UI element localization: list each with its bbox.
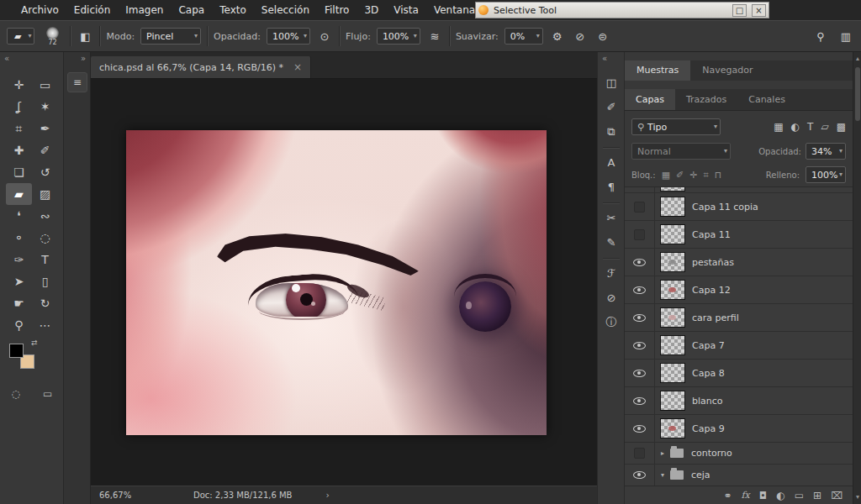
type-tool[interactable]: T: [32, 249, 58, 270]
new-layer-icon[interactable]: ⊞: [813, 490, 821, 501]
layer-row[interactable]: Capa 9: [625, 415, 853, 443]
clone-source-panel-icon[interactable]: ⧉: [601, 122, 621, 142]
tab-muestras[interactable]: Muestras: [625, 60, 690, 81]
new-group-icon[interactable]: ▭: [795, 490, 804, 501]
menu-capa[interactable]: Capa: [171, 0, 212, 20]
layer-thumbnail[interactable]: [660, 335, 685, 355]
quick-selection-tool[interactable]: ✶: [32, 96, 58, 118]
layer-visibility-toggle[interactable]: [633, 423, 646, 435]
fill-select[interactable]: 100%: [806, 166, 846, 183]
character-panel-icon[interactable]: A: [601, 153, 621, 173]
lock-paint-icon[interactable]: ✐: [676, 170, 684, 181]
document-tab-close-icon[interactable]: ×: [293, 61, 302, 73]
layer-visibility-toggle[interactable]: [634, 202, 645, 213]
layer-visibility-toggle[interactable]: [633, 469, 646, 481]
adjustment-layer-icon[interactable]: ◐: [776, 490, 784, 501]
layer-thumbnail[interactable]: [660, 307, 685, 328]
panel-scrollbar[interactable]: ▴ ▾: [853, 52, 861, 504]
tab-capas[interactable]: Capas: [625, 89, 675, 110]
layer-group-row[interactable]: ▾ceja: [625, 465, 853, 486]
layer-visibility-toggle[interactable]: [633, 367, 646, 380]
layer-visibility-toggle[interactable]: [634, 229, 645, 240]
hand-tool[interactable]: ☛: [6, 292, 32, 314]
history-brush-tool[interactable]: ↺: [32, 161, 58, 183]
marquee-tool[interactable]: ▭: [32, 74, 58, 96]
flow-select[interactable]: 100%: [377, 28, 420, 45]
menu-selecci-n[interactable]: Selección: [254, 0, 317, 20]
filter-type-layers-icon[interactable]: T: [807, 121, 813, 133]
foreground-color-swatch[interactable]: [9, 344, 24, 358]
menu-imagen[interactable]: Imagen: [118, 0, 171, 20]
chevron-down-icon[interactable]: ▾: [661, 471, 669, 479]
path-selection-tool[interactable]: ➤: [6, 270, 32, 292]
tool-presets-panel-icon[interactable]: ✂: [601, 208, 621, 228]
filter-shape-layers-icon[interactable]: ▱: [821, 121, 828, 133]
mode-select[interactable]: Pincel: [140, 28, 201, 45]
expand-panels-icon[interactable]: «: [602, 54, 607, 63]
move-tool[interactable]: ✛: [6, 74, 32, 96]
layer-row[interactable]: Capa 11: [625, 221, 853, 249]
status-options-chevron[interactable]: ›: [325, 490, 334, 501]
filter-pixel-layers-icon[interactable]: ▦: [774, 121, 783, 133]
symmetry-icon[interactable]: ⊘: [572, 30, 589, 43]
glyphs-panel-icon[interactable]: ℱ: [601, 264, 621, 284]
layer-thumbnail[interactable]: [660, 224, 685, 244]
zoom-tool[interactable]: ⚲: [6, 314, 32, 336]
layer-opacity-select[interactable]: 34%: [806, 143, 846, 160]
styles-panel-icon[interactable]: ⊘: [601, 288, 621, 308]
lasso-tool[interactable]: ʆ: [6, 96, 32, 118]
gear-icon[interactable]: ⚙: [549, 30, 566, 43]
delete-layer-icon[interactable]: ⌧: [831, 490, 843, 501]
brush-settings-panel-icon[interactable]: ✐: [601, 97, 621, 118]
layer-visibility-toggle[interactable]: [633, 339, 646, 352]
paragraph-panel-icon[interactable]: ¶: [601, 177, 621, 197]
lock-transparency-icon[interactable]: ▦: [662, 170, 670, 181]
sponge-tool[interactable]: ◌: [32, 227, 58, 249]
document-tab[interactable]: chica.psd al 66,7% (Capa 14, RGB/16) * ×: [91, 56, 311, 78]
layer-row[interactable]: Capa 12: [625, 276, 853, 304]
scrollbar-thumb[interactable]: [855, 67, 860, 121]
pressure-size-icon[interactable]: ⊜: [594, 30, 611, 43]
layer-group-row[interactable]: ▸contorno: [625, 443, 853, 465]
layer-row[interactable]: Capa 7: [625, 332, 853, 360]
tab-navegador[interactable]: Navegador: [690, 60, 764, 81]
brush-preset-picker[interactable]: 72: [40, 27, 64, 46]
smoothing-select[interactable]: 0%: [504, 28, 543, 45]
annotations-panel-icon[interactable]: ✎: [601, 233, 621, 253]
tab-canales[interactable]: Canales: [737, 89, 796, 110]
pen-tool[interactable]: ✑: [6, 249, 32, 270]
chevron-right-icon[interactable]: ▸: [661, 449, 669, 457]
layer-mask-icon[interactable]: ◘: [759, 490, 768, 501]
layer-thumbnail[interactable]: [660, 197, 685, 217]
layer-row[interactable]: cara perfil: [625, 304, 853, 332]
expand-dock-icon[interactable]: »: [81, 54, 86, 63]
tab-trazados[interactable]: Trazados: [675, 89, 737, 110]
crop-tool[interactable]: ⌗: [6, 118, 32, 139]
lock-move-icon[interactable]: ✛: [689, 170, 697, 181]
layer-thumbnail[interactable]: [660, 252, 685, 272]
collapsed-panel-icon[interactable]: ≡: [67, 72, 87, 92]
filter-smart-objects-icon[interactable]: ▩: [837, 121, 846, 133]
airbrush-icon[interactable]: ≋: [426, 30, 443, 43]
collapse-toolbox-icon[interactable]: «: [4, 54, 9, 63]
rotate-view-tool[interactable]: ↻: [32, 292, 58, 314]
screen-mode-icon[interactable]: ▭: [43, 388, 52, 400]
menu-vista[interactable]: Vista: [386, 0, 426, 20]
menu-filtro[interactable]: Filtro: [317, 0, 357, 20]
layer-visibility-toggle[interactable]: [633, 256, 646, 269]
clone-stamp-tool[interactable]: ❏: [6, 161, 32, 183]
layer-row[interactable]: Capa 11 copia: [625, 193, 853, 221]
canvas[interactable]: [126, 130, 547, 435]
layer-row[interactable]: Capa 8: [625, 360, 853, 387]
edit-toolbar[interactable]: ⋯: [32, 314, 58, 336]
menu-archivo[interactable]: Archivo: [13, 0, 66, 20]
selective-tool-window[interactable]: Selective Tool □ ×: [475, 2, 769, 18]
toggle-brush-panel-icon[interactable]: ◧: [77, 30, 93, 43]
layer-effects-icon[interactable]: fx: [742, 490, 750, 501]
zoom-level-field[interactable]: 66,67%: [99, 491, 138, 500]
brush-tool[interactable]: ✐: [32, 139, 58, 161]
dodge-tool[interactable]: ⚬: [6, 227, 32, 249]
layer-visibility-toggle[interactable]: [633, 312, 646, 324]
info-panel-icon[interactable]: ⓘ: [601, 312, 621, 333]
menu-edici-n[interactable]: Edición: [66, 0, 118, 20]
